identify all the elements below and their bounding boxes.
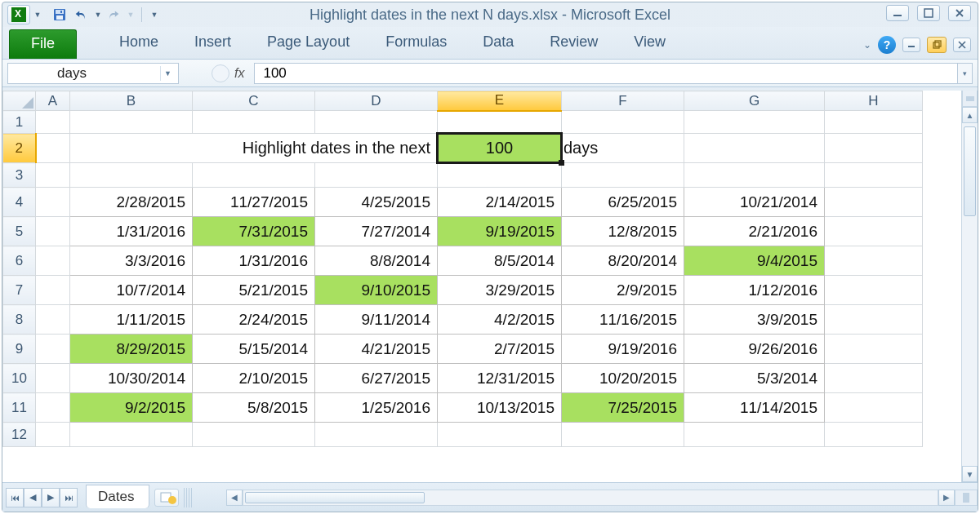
cell-F6[interactable]: 8/20/2014 [562, 246, 684, 276]
undo-dropdown-icon[interactable]: ▼ [94, 11, 102, 19]
ribbon-minimize-icon[interactable]: ⌄ [863, 39, 871, 51]
row-header-4[interactable]: 4 [3, 188, 36, 217]
cell-D4[interactable]: 4/25/2015 [315, 188, 438, 217]
col-header-B[interactable]: B [70, 91, 193, 111]
fx-label[interactable]: fx [234, 66, 244, 81]
cell-F5[interactable]: 12/8/2015 [562, 217, 684, 246]
cell-C10[interactable]: 2/10/2015 [193, 364, 315, 393]
name-box[interactable]: days ▼ [7, 63, 179, 84]
tab-data[interactable]: Data [465, 29, 532, 59]
cell-A12[interactable] [36, 423, 70, 447]
vscroll-thumb[interactable] [964, 126, 976, 216]
col-header-D[interactable]: D [315, 91, 438, 111]
row-header-3[interactable]: 3 [3, 163, 36, 188]
cell-A3[interactable] [36, 163, 70, 188]
row-header-2[interactable]: 2 [3, 134, 36, 163]
cell-G1[interactable] [684, 111, 825, 134]
split-handle-top[interactable] [962, 91, 978, 107]
cell-D8[interactable]: 9/11/2014 [315, 305, 438, 335]
cell-E10[interactable]: 12/31/2015 [438, 364, 562, 393]
cell-E1[interactable] [438, 111, 562, 134]
cell-C9[interactable]: 5/15/2014 [193, 335, 315, 364]
cell-A1[interactable] [36, 111, 70, 134]
cell-B3[interactable] [70, 163, 193, 188]
first-sheet-button[interactable]: ⏮ [6, 488, 24, 507]
cell-H3[interactable] [825, 163, 923, 188]
cell-C7[interactable]: 5/21/2015 [193, 276, 315, 305]
cell-D11[interactable]: 1/25/2016 [315, 393, 438, 423]
cell-D5[interactable]: 7/27/2014 [315, 217, 438, 246]
col-header-E[interactable]: E [438, 91, 562, 111]
cell-D7[interactable]: 9/10/2015 [315, 276, 438, 305]
cell-A10[interactable] [36, 364, 70, 393]
help-button[interactable]: ? [878, 36, 896, 54]
row-header-9[interactable]: 9 [3, 335, 36, 364]
cell-G9[interactable]: 9/26/2016 [684, 335, 825, 364]
cell-C1[interactable] [193, 111, 315, 134]
tab-split-handle[interactable] [184, 488, 192, 507]
cell-C5[interactable]: 7/31/2015 [193, 217, 315, 246]
cell-F3[interactable] [562, 163, 684, 188]
maximize-button[interactable] [917, 5, 940, 21]
minimize-button[interactable] [886, 5, 909, 21]
file-tab[interactable]: File [9, 29, 77, 59]
formula-bar-expand-icon[interactable]: ▾ [958, 63, 973, 84]
cell-D12[interactable] [315, 423, 438, 447]
row-header-5[interactable]: 5 [3, 217, 36, 246]
cell-A8[interactable] [36, 305, 70, 335]
cell-E9[interactable]: 2/7/2015 [438, 335, 562, 364]
cell-H6[interactable] [825, 246, 923, 276]
scroll-up-button[interactable]: ▲ [962, 107, 978, 123]
cell-C4[interactable]: 11/27/2015 [193, 188, 315, 217]
cell-C3[interactable] [193, 163, 315, 188]
new-sheet-button[interactable] [154, 489, 179, 507]
tab-pagelayout[interactable]: Page Layout [249, 29, 368, 59]
cell-D1[interactable] [315, 111, 438, 134]
cell-G11[interactable]: 11/14/2015 [684, 393, 825, 423]
cell-H12[interactable] [825, 423, 923, 447]
tab-review[interactable]: Review [532, 29, 616, 59]
cell-A6[interactable] [36, 246, 70, 276]
close-button[interactable] [948, 5, 971, 21]
col-header-G[interactable]: G [684, 91, 825, 111]
workbook-minimize-button[interactable] [902, 38, 920, 52]
cell-E4[interactable]: 2/14/2015 [438, 188, 562, 217]
cell-B12[interactable] [70, 423, 193, 447]
cell-A11[interactable] [36, 393, 70, 423]
cell-B11[interactable]: 9/2/2015 [70, 393, 193, 423]
cell-G2[interactable] [684, 134, 825, 163]
cell-F7[interactable]: 2/9/2015 [562, 276, 684, 305]
cell-E2[interactable]: 100 [438, 134, 562, 163]
cell-H7[interactable] [825, 276, 923, 305]
cell-D3[interactable] [315, 163, 438, 188]
cell-E6[interactable]: 8/5/2014 [438, 246, 562, 276]
qat-customize-icon[interactable]: ▼ [150, 11, 158, 19]
hscroll-track[interactable] [243, 490, 938, 506]
last-sheet-button[interactable]: ⏭ [60, 488, 78, 507]
cell-E3[interactable] [438, 163, 562, 188]
cell-B5[interactable]: 1/31/2016 [70, 217, 193, 246]
cell-H11[interactable] [825, 393, 923, 423]
row-header-6[interactable]: 6 [3, 246, 36, 276]
formula-input[interactable]: 100 [254, 63, 958, 84]
col-header-A[interactable]: A [36, 91, 70, 111]
row-header-12[interactable]: 12 [3, 423, 36, 447]
workbook-restore-button[interactable] [927, 37, 947, 53]
cell-H2[interactable] [825, 134, 923, 163]
cell-F9[interactable]: 9/19/2016 [562, 335, 684, 364]
cell-F12[interactable] [562, 423, 684, 447]
cell-H10[interactable] [825, 364, 923, 393]
split-handle-right[interactable] [955, 490, 978, 506]
cell-C12[interactable] [193, 423, 315, 447]
cell-C6[interactable]: 1/31/2016 [193, 246, 315, 276]
cell-E5[interactable]: 9/19/2015 [438, 217, 562, 246]
cell-F11[interactable]: 7/25/2015 [562, 393, 684, 423]
cell-B9[interactable]: 8/29/2015 [70, 335, 193, 364]
cell-F10[interactable]: 10/20/2015 [562, 364, 684, 393]
scroll-right-button[interactable]: ▶ [938, 490, 955, 506]
next-sheet-button[interactable]: ▶ [42, 488, 60, 507]
cell-F4[interactable]: 6/25/2015 [562, 188, 684, 217]
undo-button[interactable] [71, 6, 91, 24]
select-all-button[interactable] [3, 91, 36, 111]
cell-A9[interactable] [36, 335, 70, 364]
